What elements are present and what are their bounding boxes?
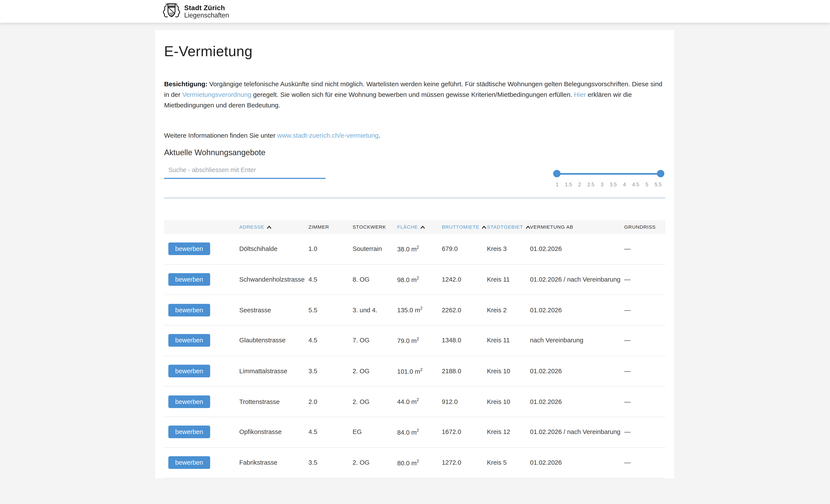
cell-flaeche: 98.0 m2 xyxy=(397,276,442,284)
cell-vermietung-ab: 01.02.2026 xyxy=(530,459,624,466)
search-input[interactable] xyxy=(164,163,325,179)
cell-flaeche: 135.0 m2 xyxy=(397,306,442,314)
cell-adresse: Seestrasse xyxy=(239,306,309,314)
table-row: bewerbenLimmattalstrasse3.52. OG101.0 m2… xyxy=(164,356,665,387)
page-title: E-Vermietung xyxy=(164,43,665,60)
cell-stockwerk: 3. und 4. xyxy=(353,306,397,314)
apply-button[interactable]: bewerben xyxy=(168,365,210,378)
slider-tick-label: 5 xyxy=(645,182,648,187)
cell-zimmer: 4.5 xyxy=(309,428,353,436)
cell-bruttomiete: 1348.0 xyxy=(442,337,487,344)
vermietungsverordnung-link[interactable]: Vermietungsverordnung xyxy=(182,91,251,98)
cell-zimmer: 4.5 xyxy=(309,337,353,344)
cell-adresse: Döltschihalde xyxy=(239,245,309,253)
table-row: bewerbenSchwandenholzstrasse4.58. OG98.0… xyxy=(164,264,665,295)
cell-stadtgebiet: Kreis 10 xyxy=(487,368,530,375)
table-body: bewerbenDöltschihalde1.0Souterrain38.0 m… xyxy=(164,234,665,478)
cell-grundriss: — xyxy=(624,276,665,283)
cell-bruttomiete: 679.0 xyxy=(442,245,487,253)
slider-tick-label: 4 xyxy=(623,182,626,187)
cell-stockwerk: 8. OG xyxy=(353,276,397,283)
cell-adresse: Fabrikstrasse xyxy=(239,459,309,466)
cell-grundriss: — xyxy=(624,337,665,344)
cell-adresse: Trottenstrasse xyxy=(239,398,309,405)
table-row: bewerbenSeestrasse5.53. und 4.135.0 m222… xyxy=(164,295,665,325)
cell-grundriss: — xyxy=(624,428,665,436)
cell-flaeche: 80.0 m2 xyxy=(397,459,442,467)
cell-grundriss: — xyxy=(624,306,665,314)
cell-stadtgebiet: Kreis 2 xyxy=(487,306,530,314)
cell-adresse: Glaubtenstrasse xyxy=(239,337,309,344)
table-row: bewerbenOpfikonstrasse4.5EG84.0 m21672.0… xyxy=(164,417,665,448)
cell-vermietung-ab: 01.02.2026 xyxy=(530,368,624,375)
sort-asc-icon xyxy=(482,225,487,229)
cell-vermietung-ab: 01.02.2026 xyxy=(530,245,624,253)
cell-grundriss: — xyxy=(624,398,665,405)
slider-handle-min[interactable] xyxy=(553,170,561,177)
slider-ticks: 11.522.533.544.555.5 xyxy=(556,182,662,187)
cell-adresse: Limmattalstrasse xyxy=(239,368,309,375)
more-info-line: Weitere Informationen finden Sie unter w… xyxy=(164,132,665,139)
slider-handle-max[interactable] xyxy=(657,170,664,177)
more-info-period: . xyxy=(379,132,380,139)
cell-stockwerk: EG xyxy=(353,428,397,436)
column-header-vermietung_ab[interactable]: VERMIETUNG AB xyxy=(530,224,624,229)
slider-tick-label: 4.5 xyxy=(632,182,639,187)
intro-text-2: geregelt. Sie wollen sich für eine Wohnu… xyxy=(251,91,574,98)
brand-department: Liegenschaften xyxy=(184,12,229,19)
hier-link[interactable]: Hier xyxy=(574,91,586,98)
column-header-adresse[interactable]: ADRESSE xyxy=(239,224,309,229)
sort-asc-icon xyxy=(526,225,531,229)
slider-tick-label: 2 xyxy=(578,182,581,187)
column-header-stadtgebiet[interactable]: STADTGEBIET xyxy=(487,224,530,229)
cell-stadtgebiet: Kreis 10 xyxy=(487,398,530,405)
cell-grundriss: — xyxy=(624,459,665,466)
cell-stockwerk: Souterrain xyxy=(353,245,397,253)
cell-adresse: Schwandenholzstrasse xyxy=(239,276,309,283)
apply-button[interactable]: bewerben xyxy=(168,395,210,408)
cell-stadtgebiet: Kreis 3 xyxy=(487,245,530,253)
cell-bruttomiete: 912.0 xyxy=(442,398,487,405)
cell-stadtgebiet: Kreis 5 xyxy=(487,459,530,466)
column-header-stockwerk[interactable]: STOCKWERK xyxy=(353,224,397,229)
apply-button[interactable]: bewerben xyxy=(168,426,210,439)
slider-track[interactable] xyxy=(557,173,661,175)
cell-flaeche: 44.0 m2 xyxy=(397,398,442,406)
apply-button[interactable]: bewerben xyxy=(168,273,210,286)
cell-vermietung-ab: 01.02.2026 xyxy=(530,306,624,314)
slider-tick-label: 3 xyxy=(601,182,604,187)
cell-bruttomiete: 1242.0 xyxy=(442,276,487,283)
cell-grundriss: — xyxy=(624,245,665,253)
column-header-grundriss[interactable]: GRUNDRISS xyxy=(624,224,665,229)
intro-label: Besichtigung: xyxy=(164,81,208,88)
column-header-bruttomiete[interactable]: BRUTTOMIETE xyxy=(442,224,487,229)
cell-stadtgebiet: Kreis 11 xyxy=(487,337,530,344)
cell-bruttomiete: 1672.0 xyxy=(442,428,487,436)
slider-tick-label: 3.5 xyxy=(610,182,617,187)
cell-bruttomiete: 2188.0 xyxy=(442,368,487,375)
cell-vermietung-ab: nach Vereinbarung xyxy=(530,337,624,344)
sort-asc-icon xyxy=(267,225,272,229)
cell-flaeche: 38.0 m2 xyxy=(397,245,442,253)
column-header-flaeche[interactable]: FLÄCHE xyxy=(397,224,442,229)
cell-stadtgebiet: Kreis 11 xyxy=(487,276,530,283)
column-header-zimmer[interactable]: ZIMMER xyxy=(309,224,353,229)
cell-zimmer: 1.0 xyxy=(309,245,353,253)
table-row: bewerbenDöltschihalde1.0Souterrain38.0 m… xyxy=(164,234,665,264)
content-card: E-Vermietung Besichtigung: Vorgängige te… xyxy=(155,30,674,478)
apply-button[interactable]: bewerben xyxy=(168,456,210,469)
cell-stadtgebiet: Kreis 12 xyxy=(487,428,530,436)
cell-stockwerk: 2. OG xyxy=(353,398,397,405)
cell-zimmer: 3.5 xyxy=(309,368,353,375)
apply-button[interactable]: bewerben xyxy=(168,304,210,316)
apply-button[interactable]: bewerben xyxy=(168,243,210,255)
cell-zimmer: 2.0 xyxy=(309,398,353,405)
listings-table: ADRESSEZIMMERSTOCKWERKFLÄCHEBRUTTOMIETES… xyxy=(164,220,665,478)
cell-zimmer: 3.5 xyxy=(309,459,353,466)
apply-button[interactable]: bewerben xyxy=(168,334,210,347)
website-link[interactable]: www.stadt-zuerich.ch/e-vermietung xyxy=(277,132,379,139)
page-background: Stadt Zürich Liegenschaften E-Vermietung… xyxy=(0,0,830,504)
cell-vermietung-ab: 01.02.2026 xyxy=(530,398,624,405)
cell-flaeche: 79.0 m2 xyxy=(397,337,442,345)
cell-stockwerk: 2. OG xyxy=(353,459,397,466)
